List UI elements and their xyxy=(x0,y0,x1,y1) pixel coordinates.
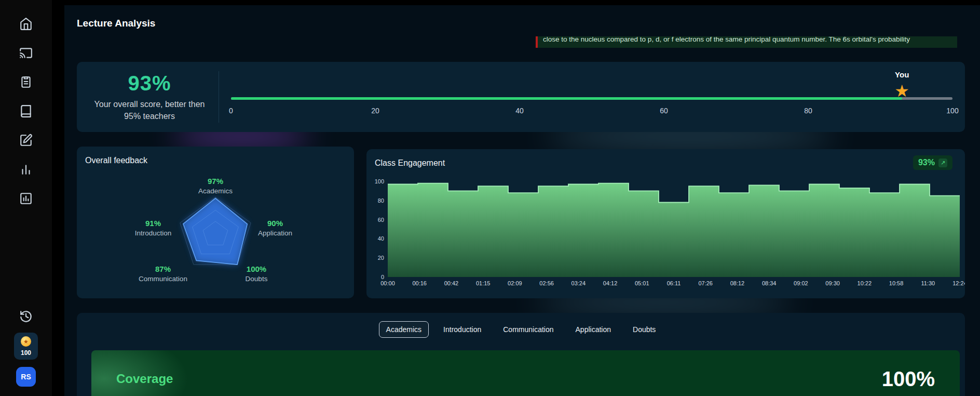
x-axis-label: 12:24 xyxy=(952,280,965,286)
divider xyxy=(219,71,219,123)
y-axis-label: 20 xyxy=(378,255,384,261)
x-axis-label: 09:30 xyxy=(825,280,840,286)
analysis-card: Academics Introduction Communication App… xyxy=(77,313,965,396)
sidebar: 100 RS xyxy=(0,0,52,396)
analysis-tab[interactable]: Communication xyxy=(496,321,561,338)
metric-communication: 87% Communication xyxy=(139,265,187,283)
x-axis-label: 10:58 xyxy=(889,280,904,286)
x-axis-label: 07:26 xyxy=(698,280,713,286)
metric-value: 97% xyxy=(198,177,233,186)
metric-label: Communication xyxy=(139,275,187,283)
x-axis-label: 06:11 xyxy=(667,280,681,286)
engagement-x-axis: 00:0000:1600:4201:1502:0902:5603:2404:12… xyxy=(388,280,960,288)
transcript-snippet: close to the nucleus compared to p, d, o… xyxy=(536,36,957,48)
metric-introduction: 91% Introduction xyxy=(135,219,172,237)
overall-score-description: Your overall score, better then 95% teac… xyxy=(91,99,208,122)
coverage-banner: Coverage 100% xyxy=(91,350,960,396)
score-tick-label: 0 xyxy=(229,107,233,115)
score-marker-label: You xyxy=(895,70,909,79)
x-axis-label: 01:15 xyxy=(476,280,491,286)
y-axis-label: 60 xyxy=(378,217,384,223)
metric-label: Application xyxy=(258,229,292,237)
score-bar-fill xyxy=(231,97,902,100)
score-ticks: 020406080100 xyxy=(231,107,952,117)
y-axis-label: 100 xyxy=(375,178,384,184)
analysis-tab[interactable]: Application xyxy=(568,321,619,338)
history-icon[interactable] xyxy=(19,310,33,323)
overall-score-value: 93% xyxy=(128,72,171,95)
engagement-badge: 93% ↗ xyxy=(913,155,952,170)
analysis-tabs: Academics Introduction Communication App… xyxy=(77,321,965,338)
x-axis-label: 08:34 xyxy=(762,280,777,286)
x-axis-label: 03:24 xyxy=(571,280,586,286)
notes-icon[interactable] xyxy=(19,134,33,147)
metric-value: 90% xyxy=(258,219,292,228)
analysis-tab[interactable]: Introduction xyxy=(436,321,488,338)
bar-chart-icon[interactable] xyxy=(19,163,33,176)
x-axis-label: 08:12 xyxy=(730,280,745,286)
score-tick-label: 20 xyxy=(371,107,379,115)
x-axis-label: 10:22 xyxy=(857,280,872,286)
y-axis-label: 0 xyxy=(381,274,384,280)
score-tick-label: 100 xyxy=(946,107,958,115)
cast-icon[interactable] xyxy=(19,46,33,60)
metric-label: Academics xyxy=(198,187,233,195)
page-title: Lecture Analysis xyxy=(77,18,155,29)
engagement-card: Class Engagement 93% ↗ 020406080100 00:0… xyxy=(366,149,965,298)
engagement-y-axis: 020406080100 xyxy=(366,181,384,277)
report-icon[interactable] xyxy=(19,192,33,205)
avatar[interactable]: RS xyxy=(16,367,36,387)
metric-value: 100% xyxy=(246,265,268,274)
book-icon[interactable] xyxy=(19,104,33,118)
clipboard-icon[interactable] xyxy=(19,75,33,89)
x-axis-label: 05:01 xyxy=(635,280,649,286)
engagement-card-title: Class Engagement xyxy=(375,159,445,168)
score-summary: 93% Your overall score, better then 95% … xyxy=(77,62,222,132)
score-star-icon xyxy=(894,83,909,99)
score-tick-label: 60 xyxy=(660,107,668,115)
trend-up-icon: ↗ xyxy=(938,159,947,167)
score-card: 93% Your overall score, better then 95% … xyxy=(77,62,965,132)
engagement-chart-svg xyxy=(388,181,960,277)
metric-doubts: 100% Doubts xyxy=(246,265,268,283)
engagement-plot xyxy=(388,181,960,277)
metric-academics: 97% Academics xyxy=(198,177,233,195)
x-axis-label: 04:12 xyxy=(603,280,618,286)
feedback-card-title: Overall feedback xyxy=(85,156,147,165)
score-scale: You 020406080100 xyxy=(231,62,952,132)
x-axis-label: 00:16 xyxy=(412,280,427,286)
x-axis-label: 00:00 xyxy=(380,280,395,286)
metric-application: 90% Application xyxy=(258,219,292,237)
coin-icon xyxy=(21,336,31,347)
x-axis-label: 02:56 xyxy=(539,280,554,286)
score-track xyxy=(231,97,952,100)
y-axis-label: 40 xyxy=(378,235,384,242)
metric-value: 87% xyxy=(139,265,187,274)
y-axis-label: 80 xyxy=(378,197,384,204)
score-tick-label: 80 xyxy=(804,107,812,115)
coin-count: 100 xyxy=(21,349,31,357)
x-axis-label: 02:09 xyxy=(508,280,522,286)
metric-value: 91% xyxy=(135,219,172,228)
x-axis-label: 11:30 xyxy=(921,280,935,286)
analysis-tab[interactable]: Doubts xyxy=(625,321,663,338)
coverage-value: 100% xyxy=(882,367,935,391)
home-icon[interactable] xyxy=(19,17,33,31)
metric-label: Doubts xyxy=(246,275,268,283)
feedback-card: Overall feedback 97% Academics 90% Appli… xyxy=(77,147,354,298)
engagement-area-path xyxy=(388,183,960,277)
coverage-label: Coverage xyxy=(116,372,173,386)
transcript-snippet-text: close to the nucleus compared to p, d, o… xyxy=(543,36,952,47)
engagement-badge-value: 93% xyxy=(918,158,935,167)
x-axis-label: 09:02 xyxy=(794,280,808,286)
avatar-initials: RS xyxy=(21,373,31,381)
coins-widget[interactable]: 100 xyxy=(14,333,38,360)
score-tick-label: 40 xyxy=(515,107,524,115)
analysis-tab[interactable]: Academics xyxy=(379,321,429,338)
metric-label: Introduction xyxy=(135,229,172,237)
x-axis-label: 00:42 xyxy=(444,280,459,286)
radar-data-polygon xyxy=(183,199,247,265)
